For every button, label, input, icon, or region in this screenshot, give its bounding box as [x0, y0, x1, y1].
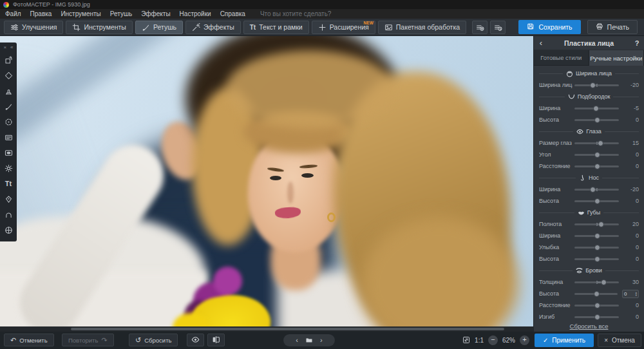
slider-thumb[interactable]: [598, 140, 603, 146]
slider-thumb[interactable]: [594, 314, 600, 320]
tab-эффекты[interactable]: Эффекты: [185, 21, 241, 34]
slider-thumb[interactable]: [594, 245, 600, 250]
slider-row: Высота0: [534, 195, 644, 207]
tab-расширения[interactable]: РасширенияNEW: [312, 21, 375, 34]
undo-button[interactable]: ↶ Отменить: [4, 334, 54, 346]
tab-ретушь[interactable]: Ретушь: [135, 21, 183, 34]
slider-track[interactable]: [574, 293, 618, 295]
slider-track[interactable]: [574, 119, 619, 121]
zoom-out-icon[interactable]: −: [488, 335, 498, 345]
preset-add-button[interactable]: [472, 21, 488, 34]
one-to-one-button[interactable]: 1:1: [475, 337, 484, 344]
save-button[interactable]: Сохранить: [518, 20, 580, 34]
arc-icon: [5, 211, 13, 219]
slider-row: Улыбка0: [534, 241, 644, 253]
slider-track[interactable]: [574, 165, 619, 167]
slider-thumb[interactable]: [594, 256, 600, 262]
fit-screen-icon[interactable]: [462, 336, 470, 344]
slider-track[interactable]: [574, 200, 619, 202]
tab-улучшения[interactable]: Улучшения: [4, 21, 63, 34]
slider-thumb[interactable]: [594, 233, 600, 239]
zoom-level[interactable]: 62%: [502, 337, 515, 344]
cancel-button[interactable]: × Отмена: [598, 334, 641, 347]
print-button[interactable]: Печать: [587, 20, 638, 34]
statusbar: ↶ Отменить Повторить ↷ ↺ Сбросить ‹ › 1:…: [0, 332, 644, 349]
folder-icon[interactable]: [305, 335, 313, 346]
tool-vignette[interactable]: [0, 145, 17, 160]
slider-track[interactable]: [574, 108, 619, 109]
compare-button[interactable]: [207, 334, 225, 346]
menu-item-6[interactable]: Настройки: [180, 10, 211, 17]
undo-label: Отменить: [19, 337, 47, 344]
tool-transform[interactable]: [0, 52, 17, 68]
slider-thumb[interactable]: [598, 222, 604, 227]
close-icon[interactable]: ×: [3, 44, 6, 51]
horizontal-scrollbar[interactable]: [0, 326, 533, 332]
tool-graduated-filter[interactable]: [0, 129, 17, 145]
collapse-icon[interactable]: «: [10, 44, 13, 51]
slider-track[interactable]: [574, 84, 619, 86]
slider-track[interactable]: [574, 258, 619, 260]
preview-original-button[interactable]: [187, 334, 204, 346]
slider-track[interactable]: [574, 235, 619, 237]
slider-thumb[interactable]: [590, 82, 596, 88]
slider-track[interactable]: [574, 305, 619, 307]
radial-filter-icon: [5, 118, 13, 126]
divider: [539, 97, 565, 97]
slider-track[interactable]: [574, 154, 619, 156]
menu-item-2[interactable]: Правка: [30, 10, 52, 17]
tool-sphere[interactable]: [0, 222, 17, 238]
tool-radial-filter[interactable]: [0, 114, 17, 129]
slider-row: Полнота20: [534, 218, 644, 230]
slider-thumb[interactable]: [601, 279, 607, 285]
menu-item-1[interactable]: Файл: [5, 10, 21, 17]
slider-thumb[interactable]: [594, 152, 600, 158]
tool-brush[interactable]: [0, 99, 17, 114]
apply-button[interactable]: ✓ Применить: [535, 334, 594, 347]
photo-canvas[interactable]: [0, 36, 533, 332]
back-icon[interactable]: ‹: [534, 37, 548, 50]
help-icon[interactable]: ?: [630, 39, 644, 47]
tool-healing-patch[interactable]: [0, 68, 17, 83]
slider-thumb[interactable]: [590, 187, 596, 193]
reset-button[interactable]: ↺ Сбросить: [129, 334, 178, 346]
slider-track[interactable]: [574, 223, 619, 225]
tab-текст-и-рамки[interactable]: TtТекст и рамки: [243, 21, 309, 34]
slider-track[interactable]: [574, 142, 619, 144]
menu-item-4[interactable]: Ретушь: [110, 10, 132, 17]
redo-button[interactable]: Повторить ↷: [62, 334, 114, 346]
slider-thumb[interactable]: [594, 198, 600, 204]
panel-body: Ширина лицаШирина лица-20ПодбородокШирин…: [534, 66, 644, 323]
tool-clone-stamp[interactable]: [0, 83, 17, 99]
menu-item-5[interactable]: Эффекты: [141, 10, 170, 17]
menu-item-7[interactable]: Справка: [220, 10, 245, 17]
tab-инструменты[interactable]: Инструменты: [66, 21, 132, 34]
tab-пакетная-обработка[interactable]: Пакетная обработка: [378, 21, 466, 34]
prev-photo-icon[interactable]: ‹: [296, 337, 298, 344]
reset-all-link[interactable]: Сбросить все: [534, 323, 644, 330]
slider-thumb[interactable]: [594, 117, 600, 123]
search-box[interactable]: Что вы хотите сделать?: [257, 10, 332, 17]
panel-tab-presets[interactable]: Готовые стили: [534, 50, 589, 66]
slider-track[interactable]: [574, 281, 619, 283]
value-spinbox[interactable]: 0▴▾: [622, 290, 639, 298]
slider-track[interactable]: [574, 247, 619, 249]
tool-text[interactable]: Tt: [0, 176, 17, 191]
tool-arc[interactable]: [0, 207, 17, 222]
slider-track[interactable]: [574, 189, 619, 191]
slider-thumb[interactable]: [594, 303, 600, 308]
history-button[interactable]: [490, 21, 506, 34]
menu-item-3[interactable]: Инструменты: [61, 10, 100, 17]
slider-thumb[interactable]: [594, 164, 600, 169]
slider-thumb[interactable]: [594, 291, 600, 297]
zoom-in-icon[interactable]: +: [520, 335, 529, 345]
scrollbar-thumb[interactable]: [71, 328, 504, 330]
slider-track[interactable]: [574, 316, 619, 318]
tool-brightness[interactable]: [0, 160, 17, 176]
panel-tab-manual[interactable]: Ручные настройки: [589, 50, 644, 66]
slider-thumb[interactable]: [593, 106, 599, 111]
spinbox-arrows-icon[interactable]: ▴▾: [635, 291, 637, 296]
transform-icon: [5, 56, 13, 64]
next-photo-icon[interactable]: ›: [320, 337, 323, 344]
tool-liquify[interactable]: [0, 191, 17, 207]
